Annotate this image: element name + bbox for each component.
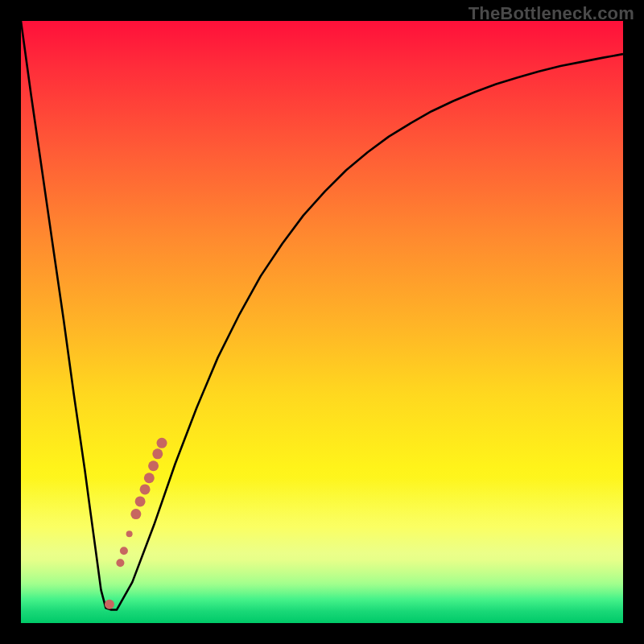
bottleneck-curve bbox=[21, 21, 623, 610]
cluster-top-4 bbox=[144, 473, 155, 483]
mid-dot-2 bbox=[116, 559, 124, 567]
cluster-top-3 bbox=[148, 460, 159, 471]
cluster-gap-dot bbox=[126, 530, 133, 537]
mid-dot-1 bbox=[120, 547, 128, 555]
cluster-top-2 bbox=[152, 448, 163, 459]
chart-svg bbox=[21, 21, 623, 623]
cluster-top-1 bbox=[157, 438, 167, 448]
plot-area bbox=[21, 21, 623, 623]
chart-stage: TheBottleneck.com bbox=[0, 0, 644, 644]
data-points-group bbox=[105, 438, 167, 609]
cluster-top-6 bbox=[135, 496, 146, 506]
cluster-top-5 bbox=[140, 484, 151, 494]
bottom-dot bbox=[105, 600, 114, 609]
cluster-top-7 bbox=[130, 509, 141, 519]
